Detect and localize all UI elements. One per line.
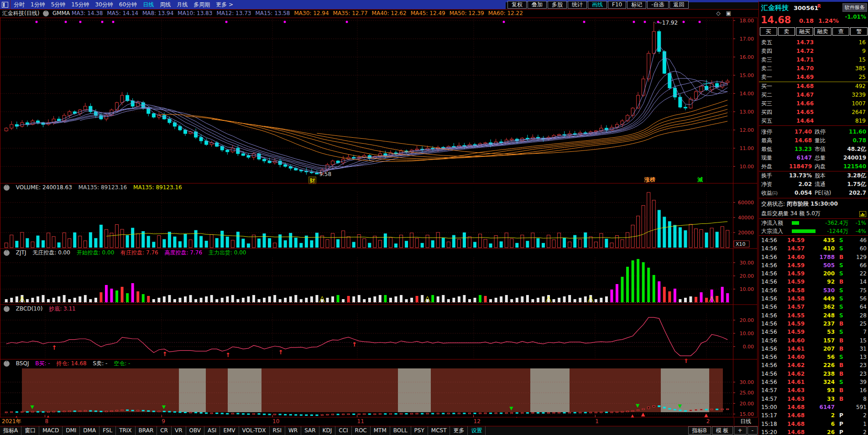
indicator-tab[interactable]: FSL [99, 426, 116, 435]
sell-level-row[interactable]: 卖三14.7115 [759, 56, 868, 64]
tick-row[interactable]: 15:1814.686P1 [759, 420, 868, 428]
trade-button[interactable]: 警 [850, 27, 868, 36]
stock-name[interactable]: 汇金科技 [761, 4, 789, 12]
collapse-zjtj-icon[interactable]: ˅ [4, 250, 10, 256]
buy-level-row[interactable]: 买四14.652647 [759, 108, 868, 117]
indicator-tab[interactable]: ROC [352, 426, 371, 435]
tick-row[interactable]: 14:5614.59237B25 [759, 320, 868, 328]
tick-row[interactable]: 15:2014.6826P2 [759, 428, 868, 435]
tick-row[interactable]: 14:5614.5992B14 [759, 278, 868, 286]
panel-layout-icon[interactable]: ▣ [726, 10, 731, 16]
buy-level-row[interactable]: 买一14.68492 [759, 82, 868, 91]
tick-row[interactable]: 15:0014.686147591 [759, 403, 868, 411]
indicator-tab[interactable]: RSI [270, 426, 286, 435]
indicator-tab[interactable]: EMV [220, 426, 239, 435]
period-item[interactable]: 月线 [177, 1, 188, 8]
toolbar-button[interactable]: 叠加 [528, 1, 547, 9]
tick-row[interactable]: 14:5714.6333B8 [759, 395, 868, 403]
tick-row[interactable]: 14:5614.55248S28 [759, 311, 868, 320]
indicator-tab-right[interactable]: 指标B [688, 426, 711, 435]
indicator-tab[interactable]: CCI [335, 426, 351, 435]
indicator-tab[interactable]: 设置 [468, 426, 486, 435]
period-item[interactable]: 15分钟 [71, 1, 89, 8]
toolbar-button[interactable]: 标记 [627, 1, 646, 9]
period-item[interactable]: 60分钟 [119, 1, 137, 8]
indicator-tab[interactable]: 指标A [0, 426, 21, 435]
indicator-tab[interactable]: VR [172, 426, 186, 435]
toolbar-button[interactable]: 统计 [568, 1, 587, 9]
indicator-tab[interactable]: PSY [411, 426, 428, 435]
indicator-tab[interactable]: MCST [428, 426, 450, 435]
indicator-tab[interactable]: OBV [186, 426, 205, 435]
period-item[interactable]: 30分钟 [95, 1, 113, 8]
indicator-tab[interactable]: 更多 [450, 426, 468, 435]
trade-button[interactable]: 查 [832, 27, 850, 36]
period-item[interactable]: 1分钟 [31, 1, 45, 8]
sell-level-row[interactable]: 卖四14.729 [759, 47, 868, 56]
toolbar-button[interactable]: 返回 [669, 1, 689, 9]
period-item[interactable]: 更多 > [216, 1, 233, 8]
indicator-tab[interactable]: BOLL [390, 426, 411, 435]
tick-row[interactable]: 14:5614.59505S66 [759, 261, 868, 269]
tick-row[interactable]: 14:5614.57362S64 [759, 303, 868, 311]
tick-row[interactable]: 14:5714.6393B16 [759, 386, 868, 394]
period-item[interactable]: 5分钟 [51, 1, 66, 8]
toolbar-button[interactable]: F10 [608, 1, 626, 9]
chart-canvas[interactable]: ↑↑↑↑↑↑▲▲▲▲▲▲▲▲▼▼▼▼▼~17.929.58财涨榜減18.0017… [0, 17, 758, 418]
sell-level-row[interactable]: 卖二14.70385 [759, 64, 868, 73]
indicator-tab[interactable]: TRIX [116, 426, 135, 435]
buy-level-row[interactable]: 买三14.661007 [759, 99, 868, 108]
collapse-volume-icon[interactable]: ˅ [4, 185, 10, 191]
period-item[interactable]: 分时 [14, 1, 25, 8]
period-cell[interactable]: 日线 [734, 418, 757, 425]
tick-row[interactable]: 14:5614.59200S22 [759, 269, 868, 278]
tick-row[interactable]: 14:5614.601788B129 [759, 253, 868, 261]
indicator-tab[interactable]: DMA [80, 426, 99, 435]
tick-row[interactable]: 14:5614.60157B15 [759, 337, 868, 345]
indicator-tab[interactable]: 窗口 [21, 426, 39, 435]
toolbar-button[interactable]: 画线 [588, 1, 607, 9]
indicator-tab[interactable]: KDJ [319, 426, 336, 435]
tick-row[interactable]: 14:5614.62238B23 [759, 370, 868, 378]
tick-row[interactable]: 14:5614.58449S56 [759, 295, 868, 303]
tick-row[interactable]: 15:1714.682P2 [759, 411, 868, 419]
sell-level-row[interactable]: 卖五14.7316 [759, 38, 868, 47]
indicator-tab[interactable]: MTM [371, 426, 390, 435]
trade-button[interactable]: 买 [760, 27, 777, 36]
indicator-tab[interactable]: CR [157, 426, 172, 435]
industry-badge[interactable]: 软件服务 [842, 3, 867, 12]
tick-row[interactable]: 14:5614.5953S7 [759, 328, 868, 336]
indicator-tab[interactable]: VOL-TDX [239, 426, 270, 435]
sell-level-row[interactable]: 卖一14.6925 [759, 73, 868, 82]
tick-row[interactable]: 14:5614.57410S60 [759, 244, 868, 253]
tick-row[interactable]: 14:5614.59435S46 [759, 236, 868, 244]
period-item[interactable]: 周线 [160, 1, 171, 8]
toolbar-button[interactable]: 复权 [507, 1, 527, 9]
indicator-tab[interactable]: DMI [63, 426, 80, 435]
collapse-zbcd-icon[interactable]: ˅ [4, 306, 10, 312]
trade-button[interactable]: 卖 [778, 27, 795, 36]
tick-row[interactable]: 14:5614.6056S13 [759, 353, 868, 361]
buy-level-row[interactable]: 买五14.64819 [759, 117, 868, 125]
toolbar-button[interactable]: 多股 [548, 1, 567, 9]
tick-row[interactable]: 14:5614.61324S39 [759, 378, 868, 386]
tick-list[interactable]: 14:5614.59435S4614:5614.57410S6014:5614.… [759, 236, 868, 435]
trade-button[interactable]: 融卖 [814, 27, 831, 36]
period-item[interactable]: 日线 [143, 1, 154, 8]
indicator-tab[interactable]: SAR [301, 426, 319, 435]
toolbar-button[interactable]: -自选 [647, 1, 668, 9]
collapse-main-icon[interactable]: ˅ [43, 10, 49, 16]
collapse-bsqj-icon[interactable]: ˅ [4, 361, 10, 367]
tick-row[interactable]: 14:5614.62226B23 [759, 361, 868, 369]
tick-row[interactable]: 14:5614.61207B31 [759, 345, 868, 353]
app-window-icon[interactable] [2, 2, 8, 8]
indicator-tab[interactable]: MACD [39, 426, 63, 435]
diamond-icon[interactable]: ◇ [716, 10, 721, 16]
tick-row[interactable]: 14:5614.58530S75 [759, 286, 868, 295]
mini-chart-icon[interactable] [859, 211, 866, 217]
indicator-tab-right[interactable]: - [748, 426, 758, 435]
indicator-tab-right[interactable]: + [734, 426, 747, 435]
indicator-tab-right[interactable]: 模 板 [712, 426, 733, 435]
indicator-tab[interactable]: ASI [204, 426, 220, 435]
indicator-tab[interactable]: WR [285, 426, 301, 435]
